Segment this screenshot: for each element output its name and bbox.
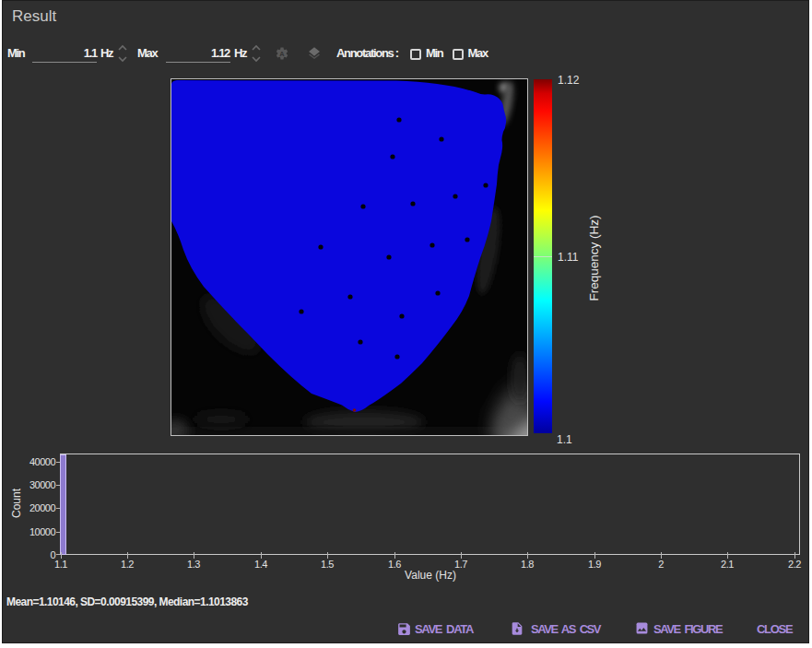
svg-text:A: A: [279, 50, 285, 58]
